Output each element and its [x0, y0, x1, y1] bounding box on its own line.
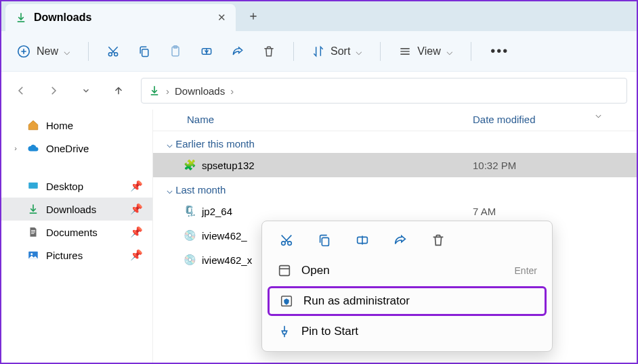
- column-headers: Name Date modified ⌵: [153, 110, 637, 131]
- file-row[interactable]: 🗜️jp2_64 7 AM: [153, 199, 637, 223]
- file-name: spsetup132: [202, 160, 255, 171]
- sidebar-item-downloads[interactable]: Downloads 📌: [1, 198, 152, 221]
- group-earlier-this-month[interactable]: ⌵ Earlier this month: [153, 131, 637, 153]
- sidebar-item-label: Home: [46, 120, 73, 131]
- sidebar-item-label: Documents: [46, 227, 98, 238]
- column-date[interactable]: Date modified ⌵: [473, 114, 622, 125]
- chevron-right-icon: ›: [166, 85, 169, 97]
- context-open-hint: Enter: [515, 265, 537, 276]
- sidebar-item-label: Downloads: [46, 204, 96, 215]
- pin-icon[interactable]: 📌: [130, 226, 143, 238]
- context-open-label: Open: [301, 264, 330, 277]
- document-icon: [27, 226, 39, 238]
- svg-rect-15: [322, 237, 328, 246]
- file-name: iview462_: [202, 230, 247, 242]
- separator: [380, 42, 381, 61]
- installer-icon: 🧩: [183, 158, 196, 172]
- shield-icon: [279, 294, 294, 309]
- sidebar-item-pictures[interactable]: Pictures 📌: [1, 244, 152, 267]
- sidebar-item-home[interactable]: Home: [1, 114, 152, 137]
- rename-button[interactable]: [193, 38, 220, 65]
- svg-rect-3: [142, 49, 148, 56]
- copy-button[interactable]: [315, 231, 334, 250]
- download-icon: [15, 12, 27, 24]
- sidebar-item-documents[interactable]: Documents 📌: [1, 221, 152, 244]
- separator: [88, 42, 89, 61]
- forward-button[interactable]: [43, 81, 64, 101]
- tab-downloads[interactable]: Downloads ✕: [5, 4, 236, 31]
- download-icon: [27, 203, 39, 215]
- back-button[interactable]: [11, 81, 31, 101]
- svg-rect-9: [31, 231, 35, 232]
- separator: [471, 42, 471, 61]
- delete-button[interactable]: [429, 231, 448, 250]
- context-run-as-admin[interactable]: Run as administrator: [268, 286, 547, 316]
- sidebar-item-label: Pictures: [46, 250, 83, 261]
- svg-point-13: [282, 242, 286, 246]
- chevron-down-icon: ⌵: [64, 45, 70, 58]
- sidebar: Home › OneDrive Desktop 📌 Downloads 📌 Do…: [1, 110, 153, 363]
- svg-rect-17: [280, 266, 290, 276]
- file-date: 10:32 PM: [473, 160, 516, 171]
- recent-button[interactable]: [76, 81, 96, 101]
- context-open[interactable]: Open Enter: [262, 256, 552, 285]
- sort-label: Sort: [331, 45, 350, 58]
- paste-button[interactable]: [162, 38, 189, 65]
- file-date: 7 AM: [473, 206, 622, 217]
- sidebar-item-desktop[interactable]: Desktop 📌: [1, 175, 152, 198]
- context-pin-label: Pin to Start: [301, 325, 358, 338]
- chevron-right-icon[interactable]: ›: [11, 144, 20, 152]
- delete-button[interactable]: [255, 38, 282, 65]
- file-row[interactable]: 🧩spsetup132 10:32 PM: [153, 153, 637, 177]
- svg-point-12: [30, 253, 33, 255]
- desktop-icon: [27, 180, 39, 192]
- tab-title: Downloads: [34, 12, 91, 24]
- installer-icon: 💿: [183, 229, 196, 242]
- download-icon: [148, 85, 161, 97]
- open-icon: [277, 263, 292, 278]
- share-button[interactable]: [224, 38, 251, 65]
- file-name: jp2_64: [202, 206, 232, 217]
- rename-button[interactable]: [353, 231, 372, 250]
- new-button[interactable]: New ⌵: [9, 40, 77, 63]
- cut-button[interactable]: [277, 231, 296, 250]
- svg-point-2: [114, 52, 118, 55]
- sidebar-item-label: OneDrive: [46, 143, 89, 154]
- chevron-down-icon: ⌵: [595, 108, 601, 120]
- up-button[interactable]: [108, 81, 129, 101]
- breadcrumb-location[interactable]: Downloads: [175, 85, 225, 97]
- pin-icon[interactable]: 📌: [130, 203, 143, 215]
- close-icon[interactable]: ✕: [217, 12, 226, 24]
- cut-button[interactable]: [100, 38, 127, 65]
- file-name: iview462_x: [202, 254, 252, 266]
- sidebar-item-label: Desktop: [46, 181, 83, 192]
- context-runas-label: Run as administrator: [303, 294, 410, 308]
- new-label: New: [37, 45, 58, 58]
- pin-icon[interactable]: 📌: [130, 249, 143, 261]
- group-last-month[interactable]: ⌵ Last month: [153, 177, 637, 199]
- view-button[interactable]: View ⌵: [391, 41, 459, 62]
- pin-icon: [277, 324, 292, 339]
- copy-button[interactable]: [131, 38, 158, 65]
- pin-icon[interactable]: 📌: [130, 180, 143, 192]
- share-button[interactable]: [391, 231, 410, 250]
- column-name[interactable]: Name: [187, 114, 473, 125]
- cloud-icon: [27, 142, 39, 154]
- sidebar-item-onedrive[interactable]: › OneDrive: [1, 137, 152, 160]
- new-tab-button[interactable]: [241, 4, 265, 28]
- sort-button[interactable]: Sort ⌵: [305, 41, 369, 62]
- installer-icon: 💿: [183, 253, 196, 267]
- view-label: View: [417, 45, 440, 58]
- svg-point-1: [108, 52, 112, 55]
- separator: [293, 42, 294, 61]
- context-quick-actions: [262, 227, 552, 256]
- toolbar: New ⌵ Sort ⌵ View ⌵ •••: [1, 31, 637, 72]
- context-pin-to-start[interactable]: Pin to Start: [262, 317, 552, 346]
- address-bar[interactable]: › Downloads ›: [141, 78, 627, 104]
- more-button[interactable]: •••: [486, 38, 513, 65]
- tab-bar: Downloads ✕: [1, 1, 637, 31]
- chevron-down-icon: ⌵: [356, 45, 362, 58]
- context-menu: Open Enter Run as administrator Pin to S…: [261, 221, 553, 352]
- archive-icon: 🗜️: [183, 204, 196, 218]
- pictures-icon: [27, 249, 39, 261]
